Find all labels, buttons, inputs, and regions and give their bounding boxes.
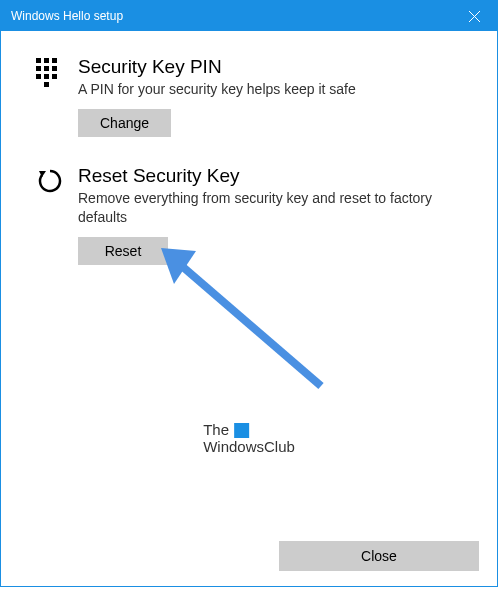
watermark: The WindowsClub bbox=[203, 421, 295, 456]
svg-line-3 bbox=[176, 261, 321, 386]
close-icon-button[interactable] bbox=[452, 1, 497, 31]
reset-title: Reset Security Key bbox=[78, 165, 462, 187]
footer: Close bbox=[1, 526, 497, 586]
section-pin: Security Key PIN A PIN for your security… bbox=[36, 56, 462, 137]
reset-desc: Remove everything from security key and … bbox=[78, 189, 462, 227]
watermark-line1: The bbox=[203, 421, 229, 438]
keypad-icon bbox=[36, 58, 66, 87]
content-area: Security Key PIN A PIN for your security… bbox=[1, 31, 497, 265]
change-button[interactable]: Change bbox=[78, 109, 171, 137]
close-icon bbox=[469, 11, 480, 22]
dialog-window: Windows Hello setup Security Key PIN A P… bbox=[0, 0, 498, 587]
reset-icon bbox=[36, 167, 66, 199]
pin-title: Security Key PIN bbox=[78, 56, 462, 78]
titlebar: Windows Hello setup bbox=[1, 1, 497, 31]
window-title: Windows Hello setup bbox=[11, 9, 123, 23]
section-reset: Reset Security Key Remove everything fro… bbox=[36, 165, 462, 265]
reset-button[interactable]: Reset bbox=[78, 237, 168, 265]
pin-desc: A PIN for your security key helps keep i… bbox=[78, 80, 462, 99]
close-button[interactable]: Close bbox=[279, 541, 479, 571]
watermark-logo-icon bbox=[234, 423, 249, 438]
watermark-line2: WindowsClub bbox=[203, 438, 295, 455]
